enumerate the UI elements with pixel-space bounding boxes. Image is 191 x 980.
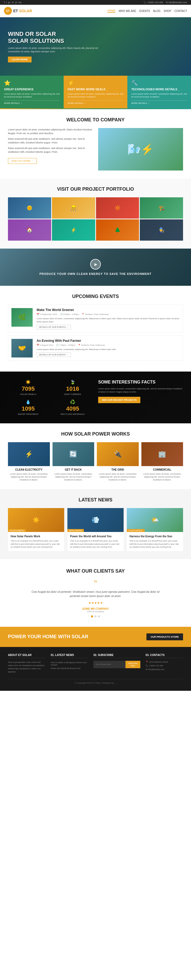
water-treatment-icon: 💧 bbox=[8, 399, 49, 404]
fact-recycled: ♻️ 4095 RECYCLED MATERIALS bbox=[52, 399, 93, 415]
experience-more-link[interactable]: MORE DETAILS → bbox=[4, 100, 60, 104]
event-meta-1: 📅 5 September 2014 🕐 9:00am - 4:00pm 📍 N… bbox=[36, 313, 180, 315]
news-text-2: This is an example of a WordPress post, … bbox=[70, 539, 121, 549]
portfolio-item-8[interactable]: 👨‍🔧 bbox=[140, 220, 183, 240]
footer-news-item-1[interactable]: How to Make a Wordpress theme from scrat… bbox=[51, 661, 88, 667]
cta-banner: POWER YOUR HOME WITH SOLAR OUR PRODUCTS … bbox=[0, 627, 191, 647]
nav-home[interactable]: HOME bbox=[107, 9, 115, 13]
experience-icon: ⭐ bbox=[4, 80, 60, 86]
welcome-image: 🌬️⚡ bbox=[98, 128, 183, 170]
wind-turbines-count: 1016 bbox=[52, 385, 93, 392]
event-image-2: 🤝 bbox=[11, 339, 33, 358]
how-grid-title: THE GRID bbox=[97, 468, 139, 471]
news-title-3: Harness the Energy From the Sun bbox=[129, 535, 180, 538]
how-grid-image: 🔌 bbox=[97, 442, 139, 466]
nav-blog[interactable]: BLOG bbox=[153, 10, 161, 13]
news-image-3: 🌤️ Clean Energy bbox=[127, 508, 183, 532]
portfolio-item-5[interactable]: 🏠 bbox=[8, 220, 51, 240]
news-title-2: Power the World will Around You bbox=[70, 535, 121, 538]
facts-description: Lorem ipsum dolor sit amet, consectetur … bbox=[98, 387, 183, 394]
linkedin-icon[interactable]: in bbox=[12, 1, 14, 4]
how-clean-title: CLEAN ELECTRICITY bbox=[8, 468, 50, 471]
event-leaf-icon: 🌿 bbox=[11, 308, 33, 327]
events-title: UPCOMING EVENTS bbox=[8, 294, 183, 299]
footer-about: ABOUT ET SOLAR Sed ut perspiciatis unde … bbox=[8, 654, 45, 673]
footer-phone: 📞 +1800 123 456 bbox=[146, 665, 183, 667]
subscribe-input[interactable] bbox=[93, 661, 125, 668]
welcome-para-3: Etiam euismod elit quis ante vestibulum,… bbox=[8, 146, 93, 154]
testimonial-author: Some Mr Company CEO at Company bbox=[8, 608, 183, 613]
logo[interactable]: ET ET SOLAR bbox=[4, 7, 32, 15]
water-treatment-count: 1095 bbox=[8, 405, 49, 412]
google-icon[interactable]: g+ bbox=[8, 1, 11, 4]
how-item-getback: 🔄 GET IT BACK Lorem ipsum dolor sit amet… bbox=[52, 442, 95, 482]
portfolio-item-2[interactable]: 👷 bbox=[52, 197, 95, 219]
nav-shop[interactable]: SHOP bbox=[164, 10, 171, 13]
fact-water-treatment: 💧 1095 WATER TREATMENT bbox=[8, 399, 49, 415]
event-details-link-1[interactable]: DETAILS OF OUR EVENTS → bbox=[36, 325, 71, 329]
how-grid-text: Lorem ipsum dolor sit amet, consectetur … bbox=[97, 473, 139, 482]
social-links[interactable]: f t g+ in yt rss bbox=[4, 1, 22, 4]
solar-panels-icon: ☀️ bbox=[8, 380, 49, 385]
hero-cta-button[interactable]: LEARN MORE bbox=[8, 57, 32, 62]
footer-news: 01. LATEST NEWS How to Make a Wordpress … bbox=[51, 654, 88, 673]
main-nav: HOME WHO WE ARE EVENTS BLOG SHOP CONTACT bbox=[107, 9, 187, 13]
subscribe-button[interactable]: Subscribe Now bbox=[125, 661, 140, 668]
facts-content: SOME INTERESTING FACTS Lorem ipsum dolor… bbox=[93, 380, 183, 415]
fastwork-more-link[interactable]: MORE DETAILS → bbox=[68, 100, 123, 104]
dot-1[interactable] bbox=[91, 616, 93, 617]
solar-panels-count: 7095 bbox=[8, 385, 49, 392]
hero-description: Lorem ipsum dolor sit amet, consectetur … bbox=[8, 46, 101, 53]
news-tag-2: Wind Energy bbox=[67, 529, 84, 532]
fact-solar-panels: ☀️ 7095 SOLAR PANELS bbox=[8, 380, 49, 395]
footer-contacts-title: 03. CONTACTS bbox=[146, 654, 183, 658]
phone-info: 📞 +1800 123 456 bbox=[144, 1, 163, 4]
technologies-more-link[interactable]: MORE DETAILS → bbox=[131, 100, 187, 104]
welcome-section: WELCOME TO COMPANY Lorem ipsum dolor sit… bbox=[0, 109, 191, 178]
cta-store-button[interactable]: OUR PRODUCTS STORE bbox=[147, 633, 183, 640]
feature-experience: ⭐ GREAT EXPERIENCE Lorem ipsum dolor sit… bbox=[0, 76, 64, 108]
play-button[interactable] bbox=[90, 259, 101, 270]
nav-events[interactable]: EVENTS bbox=[139, 10, 150, 13]
subscribe-form: Subscribe Now bbox=[93, 661, 140, 668]
logo-icon: ET bbox=[4, 7, 12, 15]
recent-projects-button[interactable]: SEE OUR RECENT PROJECTS bbox=[98, 397, 140, 403]
portfolio-item-7[interactable]: 🌲 bbox=[96, 220, 139, 240]
news-item-2[interactable]: 💨 Wind Energy Power the World will Aroun… bbox=[67, 508, 124, 551]
event-details-link-2[interactable]: DETAILS OF OUR EVENTS → bbox=[36, 352, 71, 357]
video-text: PRODUCE YOUR OWN CLEAN ENERGY TO SAVE TH… bbox=[39, 272, 152, 275]
find-out-more-button[interactable]: FIND OUT MORE → bbox=[8, 158, 37, 164]
nav-who[interactable]: WHO WE ARE bbox=[118, 10, 136, 13]
dot-2[interactable] bbox=[95, 616, 96, 617]
how-works-title: HOW SOLAR POWER WORKS bbox=[8, 431, 183, 437]
testimonial-section: WHAT OUR CLIENTS SAY " Cras fougiat dui … bbox=[0, 559, 191, 627]
twitter-icon[interactable]: t bbox=[6, 1, 7, 4]
portfolio-item-3[interactable]: 🔆 bbox=[96, 197, 139, 219]
portfolio-item-1[interactable]: 🌞 bbox=[8, 197, 51, 219]
news-text-3: This is an example of a WordPress post, … bbox=[129, 539, 180, 549]
wind-turbines-icon: 🍃 bbox=[52, 380, 93, 385]
how-getback-title: GET IT BACK bbox=[52, 468, 95, 471]
event-title-1: Make The World Greener bbox=[36, 308, 180, 312]
welcome-para-1: Lorem ipsum dolor sit amet, consectetur … bbox=[8, 128, 93, 135]
feature-technologies-title: TECHNOLOGIES More DETAILS _ bbox=[131, 88, 187, 91]
portfolio-item-4[interactable]: 🏗️ bbox=[140, 197, 183, 219]
welcome-para-2: Etiam euismod elit quis ante vestibulum,… bbox=[8, 137, 93, 145]
how-commercial-image: 🏢 bbox=[141, 442, 183, 466]
footer-news-title: 01. LATEST NEWS bbox=[51, 654, 88, 658]
event-item-2: 🤝 An Evening With Paul Farmer 📅 3 August… bbox=[8, 336, 183, 361]
youtube-icon[interactable]: yt bbox=[15, 1, 17, 4]
footer-news-item-2[interactable]: Power the World all Around You bbox=[51, 667, 88, 670]
dot-3[interactable] bbox=[98, 616, 100, 617]
how-commercial-title: COMMERCIAL bbox=[141, 468, 183, 471]
welcome-text: Lorem ipsum dolor sit amet, consectetur … bbox=[8, 128, 93, 164]
news-item-1[interactable]: ☀️ Solar Energy How Solar Panels Work Th… bbox=[8, 508, 64, 551]
nav-contact[interactable]: CONTACT bbox=[174, 10, 187, 13]
portfolio-item-6[interactable]: ⚡ bbox=[52, 220, 95, 240]
news-item-3[interactable]: 🌤️ Clean Energy Harness the Energy From … bbox=[127, 508, 183, 551]
fact-wind-turbines: 🍃 1016 WIND TURBINES bbox=[52, 380, 93, 395]
feature-technologies: 🔧 TECHNOLOGIES More DETAILS _ Lorem ipsu… bbox=[127, 76, 191, 108]
rss-icon[interactable]: rss bbox=[18, 1, 22, 4]
facebook-icon[interactable]: f bbox=[4, 1, 5, 4]
footer-address: 📍 1234 Address Street bbox=[146, 661, 183, 663]
